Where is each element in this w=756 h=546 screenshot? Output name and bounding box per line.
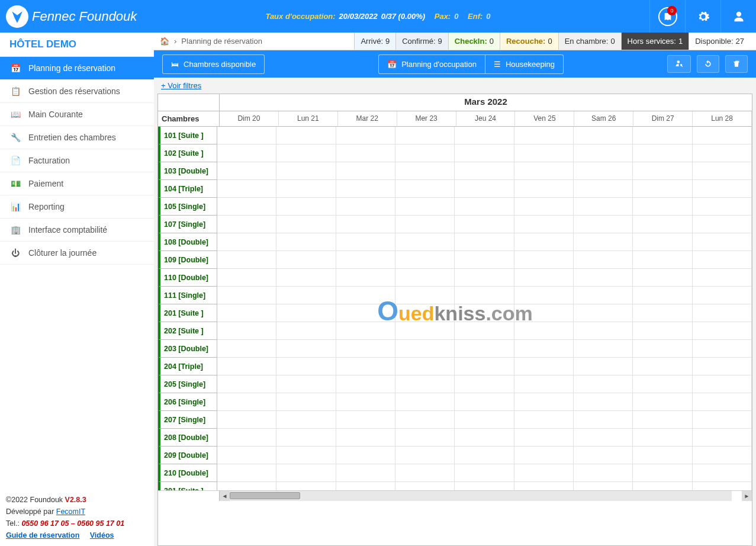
planning-cell[interactable] [455, 216, 514, 233]
planning-cell[interactable] [693, 304, 752, 322]
planning-cell[interactable] [276, 180, 336, 198]
planning-cell[interactable] [217, 447, 276, 464]
planning-cell[interactable] [633, 411, 692, 429]
planning-cell[interactable] [336, 322, 395, 340]
room-label[interactable]: 209 [Double] [158, 447, 217, 464]
user-button[interactable] [720, 0, 756, 33]
planning-cell[interactable] [574, 464, 633, 482]
planning-cell[interactable] [574, 198, 633, 216]
planning-cell[interactable] [633, 304, 692, 322]
planning-cell[interactable] [217, 429, 276, 447]
planning-cell[interactable] [514, 304, 574, 322]
planning-cell[interactable] [336, 340, 395, 358]
planning-cell[interactable] [276, 340, 336, 358]
planning-cell[interactable] [276, 358, 336, 375]
planning-cell[interactable] [693, 393, 752, 411]
planning-cell[interactable] [336, 216, 395, 233]
search-user-button[interactable] [667, 55, 691, 73]
planning-cell[interactable] [693, 411, 752, 429]
brand-block[interactable]: Fennec Foundouk [0, 5, 137, 28]
planning-cell[interactable] [217, 216, 276, 233]
planning-cell[interactable] [574, 162, 633, 180]
planning-cell[interactable] [336, 198, 395, 216]
home-icon[interactable]: 🏠 [160, 37, 169, 46]
planning-cell[interactable] [455, 304, 514, 322]
planning-cell[interactable] [633, 144, 692, 162]
planning-cell[interactable] [693, 180, 752, 198]
planning-cell[interactable] [455, 233, 514, 251]
planning-cell[interactable] [574, 340, 633, 358]
planning-cell[interactable] [395, 304, 455, 322]
planning-cell[interactable] [514, 322, 574, 340]
planning-cell[interactable] [514, 411, 574, 429]
planning-cell[interactable] [514, 429, 574, 447]
planning-cell[interactable] [395, 375, 455, 393]
planning-cell[interactable] [633, 447, 692, 464]
planning-cell[interactable] [574, 251, 633, 269]
planning-cell[interactable] [574, 482, 633, 490]
planning-cell[interactable] [217, 358, 276, 375]
planning-cell[interactable] [514, 447, 574, 464]
planning-cell[interactable] [574, 180, 633, 198]
room-label[interactable]: 110 [Double] [158, 269, 217, 287]
planning-occupation-button[interactable]: 📅 Planning d'occupation [378, 54, 485, 74]
planning-cell[interactable] [395, 482, 455, 490]
planning-cell[interactable] [693, 447, 752, 464]
planning-cell[interactable] [336, 464, 395, 482]
sidebar-item-3[interactable]: 🔧Entretien des chambres [0, 126, 154, 149]
planning-cell[interactable] [514, 269, 574, 287]
planning-cell[interactable] [217, 482, 276, 490]
planning-cell[interactable] [276, 482, 336, 490]
planning-cell[interactable] [514, 375, 574, 393]
planning-cell[interactable] [455, 127, 514, 144]
planning-cell[interactable] [514, 198, 574, 216]
planning-cell[interactable] [217, 198, 276, 216]
planning-cell[interactable] [693, 464, 752, 482]
planning-cell[interactable] [395, 447, 455, 464]
planning-cell[interactable] [455, 287, 514, 304]
planning-cell[interactable] [395, 251, 455, 269]
planning-cell[interactable] [633, 482, 692, 490]
planning-cell[interactable] [276, 304, 336, 322]
planning-cell[interactable] [455, 251, 514, 269]
planning-cell[interactable] [455, 180, 514, 198]
planning-cell[interactable] [276, 287, 336, 304]
planning-cell[interactable] [633, 358, 692, 375]
refresh-button[interactable] [697, 55, 719, 73]
room-label[interactable]: 204 [Triple] [158, 358, 217, 375]
planning-cell[interactable] [336, 304, 395, 322]
room-label[interactable]: 105 [Single] [158, 198, 217, 216]
planning-cell[interactable] [276, 429, 336, 447]
planning-cell[interactable] [633, 340, 692, 358]
planning-cell[interactable] [693, 198, 752, 216]
sidebar-item-4[interactable]: 📄Facturation [0, 149, 154, 172]
planning-cell[interactable] [455, 198, 514, 216]
planning-cell[interactable] [633, 251, 692, 269]
planning-cell[interactable] [514, 464, 574, 482]
planning-cell[interactable] [395, 216, 455, 233]
planning-cell[interactable] [514, 287, 574, 304]
planning-cell[interactable] [395, 429, 455, 447]
planning-cell[interactable] [395, 358, 455, 375]
planning-cell[interactable] [336, 358, 395, 375]
housekeeping-button[interactable]: ☰ Housekeeping [485, 54, 564, 74]
planning-cell[interactable] [693, 127, 752, 144]
planning-cell[interactable] [693, 429, 752, 447]
planning-cell[interactable] [633, 127, 692, 144]
planning-cell[interactable] [336, 429, 395, 447]
planning-cell[interactable] [336, 144, 395, 162]
planning-cell[interactable] [514, 180, 574, 198]
room-label[interactable]: 210 [Double] [158, 464, 217, 482]
planning-cell[interactable] [574, 127, 633, 144]
sidebar-item-8[interactable]: ⏻Clôturer la journée [0, 242, 154, 265]
planning-cell[interactable] [574, 429, 633, 447]
planning-cell[interactable] [336, 180, 395, 198]
planning-cell[interactable] [276, 375, 336, 393]
room-label[interactable]: 111 [Single] [158, 287, 217, 304]
planning-cell[interactable] [336, 411, 395, 429]
sidebar-item-1[interactable]: 📋Gestion des réservations [0, 80, 154, 103]
planning-cell[interactable] [693, 251, 752, 269]
planning-cell[interactable] [633, 233, 692, 251]
planning-cell[interactable] [455, 411, 514, 429]
planning-cell[interactable] [336, 393, 395, 411]
